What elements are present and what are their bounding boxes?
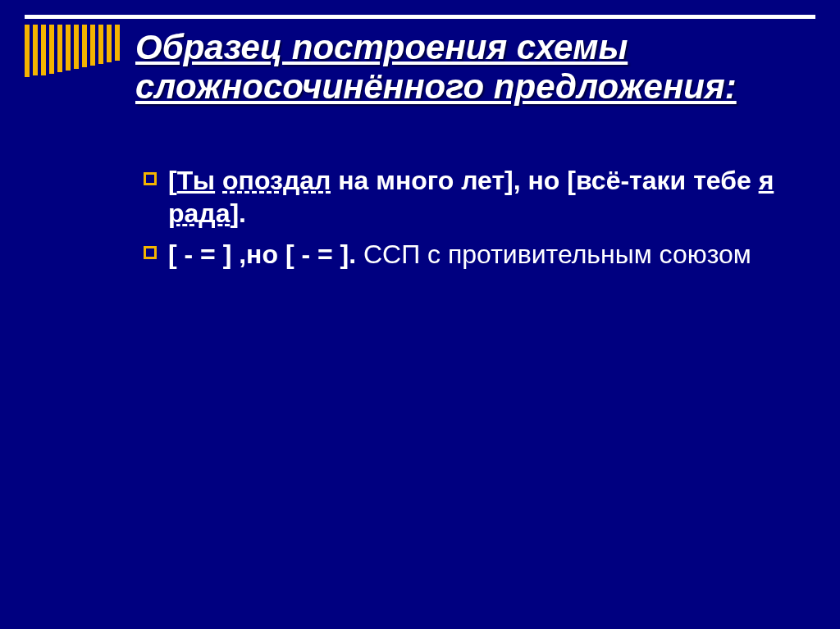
top-rule: [25, 15, 815, 19]
bullet-item: [ - = ] ,но [ - = ]. ССП с противительны…: [144, 238, 783, 271]
decorative-stripes: [25, 25, 120, 77]
bullet-icon: [144, 246, 157, 259]
bullet-text: [ - = ] ,но [ - = ]. ССП с противительны…: [168, 238, 783, 271]
bullet-item: [Ты опоздал на много лет], но [всё-таки …: [144, 164, 783, 230]
subject-2: я: [759, 166, 774, 195]
bullet-icon: [144, 172, 157, 185]
end-bracket: ].: [230, 198, 246, 228]
slide-body: [Ты опоздал на много лет], но [всё-таки …: [144, 164, 783, 279]
space: [215, 166, 222, 195]
bullet-text: [Ты опоздал на много лет], но [всё-таки …: [168, 164, 783, 230]
slide-title: Образец построения схемы сложносочинённо…: [135, 28, 791, 107]
subject-1: Ты: [177, 166, 215, 195]
scheme-tail: ССП с противительным союзом: [356, 239, 751, 269]
open-bracket: [: [168, 166, 177, 195]
mid-text: на много лет], но [всё-таки тебе: [331, 166, 758, 195]
predicate-1: опоздал: [222, 166, 331, 195]
predicate-2: рада: [168, 198, 230, 228]
slide: Образец построения схемы сложносочинённо…: [0, 0, 840, 629]
scheme-text: [ - = ] ,но [ - = ].: [168, 239, 356, 269]
